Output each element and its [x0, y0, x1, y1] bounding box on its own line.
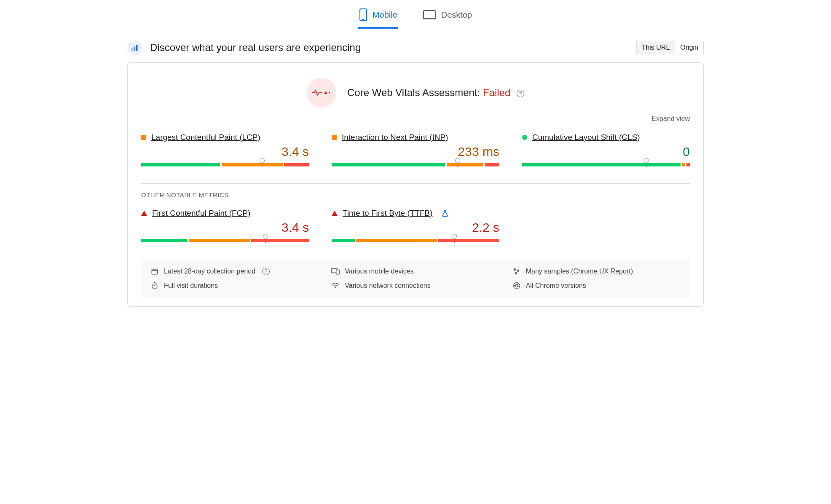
assessment-pulse-icon: [307, 78, 336, 107]
marker-icon: [260, 158, 265, 163]
speed-badge-icon: [127, 40, 142, 55]
tab-desktop[interactable]: Desktop: [422, 5, 473, 29]
marker-icon: [455, 158, 460, 163]
info-networks: Various network connections: [345, 282, 430, 290]
metric-inp: Interaction to Next Paint (INP) 233 ms: [332, 133, 499, 168]
svg-point-14: [515, 272, 517, 274]
svg-rect-3: [423, 18, 436, 19]
help-icon[interactable]: ?: [262, 268, 270, 275]
svg-point-13: [517, 270, 519, 272]
devices-icon: [331, 268, 340, 275]
scope-origin-button[interactable]: Origin: [675, 41, 703, 54]
metric-fcp: First Contentful Paint (FCP) 3.4 s: [141, 209, 309, 244]
expand-view-link[interactable]: Expand view: [141, 115, 690, 123]
info-versions: All Chrome versions: [526, 282, 586, 290]
assessment-label: Core Web Vitals Assessment:: [347, 87, 483, 98]
tab-mobile[interactable]: Mobile: [358, 5, 398, 29]
svg-rect-11: [336, 270, 340, 274]
flask-icon[interactable]: [441, 209, 449, 217]
svg-marker-7: [324, 91, 327, 94]
metric-inp-bar: [332, 159, 499, 168]
metric-cls-value: 0: [522, 145, 690, 159]
desktop-icon: [423, 10, 436, 20]
metric-cls: Cumulative Layout Shift (CLS) 0: [522, 133, 690, 168]
metric-ttfb-name[interactable]: Time to First Byte (TTFB): [343, 209, 433, 218]
circle-icon: [522, 135, 527, 140]
svg-rect-6: [136, 45, 137, 51]
metric-lcp-bar: [141, 159, 309, 168]
wifi-icon: [331, 282, 340, 289]
marker-icon: [644, 158, 649, 163]
metric-lcp-value: 3.4 s: [141, 145, 309, 159]
metric-inp-value: 233 ms: [332, 145, 499, 159]
metric-cls-name[interactable]: Cumulative Layout Shift (CLS): [532, 133, 640, 142]
divider: [141, 183, 690, 184]
metric-ttfb-bar: [332, 235, 499, 244]
crux-link[interactable]: Chrome UX Report: [574, 268, 631, 275]
metric-lcp: Largest Contentful Paint (LCP) 3.4 s: [141, 133, 309, 168]
assessment-status: Failed: [483, 87, 510, 98]
metric-ttfb: Time to First Byte (TTFB) 2.2 s: [332, 209, 499, 244]
svg-rect-5: [134, 47, 135, 51]
metric-lcp-name[interactable]: Largest Contentful Paint (LCP): [151, 133, 260, 142]
scatter-icon: [512, 268, 521, 275]
phone-icon: [359, 8, 367, 21]
svg-point-8: [329, 92, 330, 94]
metric-inp-name[interactable]: Interaction to Next Paint (INP): [342, 133, 448, 142]
field-data-card: Core Web Vitals Assessment: Failed ? Exp…: [127, 62, 704, 307]
svg-rect-1: [362, 19, 364, 20]
assessment-row: Core Web Vitals Assessment: Failed ?: [141, 78, 690, 107]
info-visits: Full visit durations: [164, 282, 218, 290]
marker-icon: [452, 234, 457, 239]
stopwatch-icon: [150, 282, 159, 290]
triangle-icon: [332, 211, 338, 216]
other-metrics-heading: OTHER NOTABLE METRICS: [141, 191, 690, 198]
svg-point-16: [335, 287, 336, 288]
metric-ttfb-value: 2.2 s: [332, 220, 499, 235]
svg-point-12: [513, 268, 515, 271]
calendar-icon: [150, 268, 159, 275]
svg-rect-2: [424, 11, 435, 18]
tab-mobile-label: Mobile: [373, 10, 397, 20]
info-samples: Many samples (Chrome UX Report): [526, 268, 633, 275]
scope-this-url-button[interactable]: This URL: [637, 41, 676, 54]
triangle-icon: [141, 211, 147, 216]
tab-desktop-label: Desktop: [441, 10, 472, 20]
chrome-icon: [512, 282, 521, 290]
square-icon: [141, 135, 146, 140]
info-period: Latest 28-day collection period: [164, 268, 255, 275]
device-tabs: Mobile Desktop: [127, 5, 704, 29]
svg-rect-0: [360, 9, 367, 21]
scope-toggle: This URL Origin: [636, 41, 704, 54]
svg-rect-9: [152, 269, 158, 274]
metric-fcp-bar: [141, 235, 309, 244]
metric-cls-bar: [522, 159, 690, 168]
svg-point-17: [513, 283, 520, 289]
help-icon[interactable]: ?: [517, 90, 524, 97]
metric-fcp-value: 3.4 s: [141, 220, 309, 235]
metric-fcp-name[interactable]: First Contentful Paint (FCP): [152, 209, 250, 218]
marker-icon: [263, 234, 268, 239]
info-devices: Various mobile devices: [345, 268, 413, 275]
svg-rect-4: [131, 48, 133, 51]
info-box: Latest 28-day collection period ? Variou…: [141, 259, 690, 298]
page-title: Discover what your real users are experi…: [150, 42, 628, 54]
square-icon: [332, 135, 337, 140]
